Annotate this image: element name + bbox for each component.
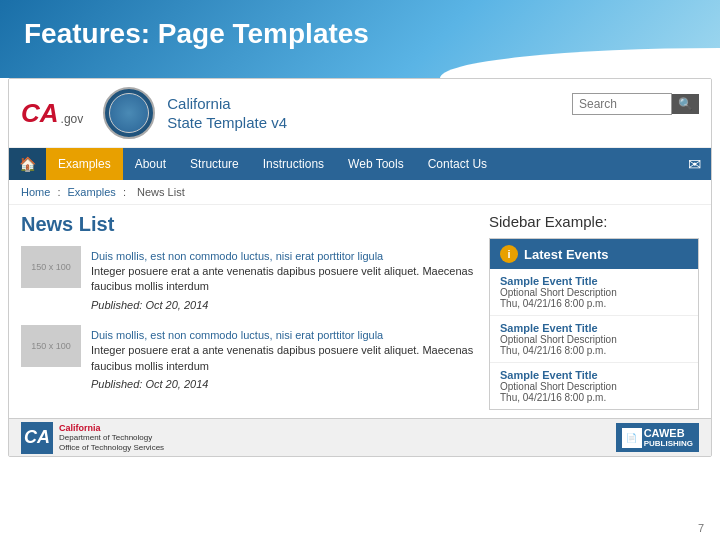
news-thumbnail-1: 150 x 100 — [21, 246, 81, 288]
caweb-logo: 📄 CAWEB PUBLISHING — [616, 423, 699, 452]
nav-item-examples[interactable]: Examples — [46, 148, 123, 180]
event-desc-3: Optional Short Description — [500, 381, 688, 392]
slide-number: 7 — [698, 522, 704, 534]
nav-item-structure[interactable]: Structure — [178, 148, 251, 180]
nav-item-about[interactable]: About — [123, 148, 178, 180]
footer-logo-text: CA — [24, 427, 50, 448]
news-item-1: 150 x 100 Duis mollis, est non commodo l… — [21, 246, 477, 313]
breadcrumb: Home : Examples : News List — [9, 180, 711, 205]
footer-right: 📄 CAWEB PUBLISHING — [616, 423, 699, 452]
event-title-3[interactable]: Sample Event Title — [500, 369, 688, 381]
news-text-1: Integer posuere erat a ante venenatis da… — [91, 264, 477, 295]
news-date-2: Published: Oct 20, 2014 — [91, 377, 477, 392]
sidebar-events-box: i Latest Events Sample Event Title Optio… — [489, 238, 699, 410]
news-body-2: Duis mollis, est non commodo luctus, nis… — [91, 325, 477, 392]
event-item-1: Sample Event Title Optional Short Descri… — [490, 269, 698, 316]
main-column: News List 150 x 100 Duis mollis, est non… — [21, 213, 477, 410]
ca-logo-text: CA — [21, 98, 59, 129]
news-link-1[interactable]: Duis mollis, est non commodo luctus, nis… — [91, 250, 383, 262]
news-text-2: Integer posuere erat a ante venenatis da… — [91, 343, 477, 374]
caweb-label: CAWEB PUBLISHING — [644, 427, 693, 448]
slide-title-bar: Features: Page Templates — [0, 0, 720, 78]
ca-footer: CA California Department of Technology O… — [9, 418, 711, 456]
caweb-icon: 📄 — [622, 428, 642, 448]
event-item-3: Sample Event Title Optional Short Descri… — [490, 363, 698, 409]
ca-template-title: California State Template v4 — [167, 94, 287, 133]
info-icon: i — [500, 245, 518, 263]
event-item-2: Sample Event Title Optional Short Descri… — [490, 316, 698, 363]
footer-left: CA California Department of Technology O… — [21, 422, 164, 454]
ca-header: CA .gov California State Template v4 🔍 — [9, 79, 711, 148]
news-body-1: Duis mollis, est non commodo luctus, nis… — [91, 246, 477, 313]
event-date-1: Thu, 04/21/16 8:00 p.m. — [500, 298, 688, 309]
search-button[interactable]: 🔍 — [672, 94, 699, 114]
event-desc-2: Optional Short Description — [500, 334, 688, 345]
event-title-2[interactable]: Sample Event Title — [500, 322, 688, 334]
slide-heading: Features: Page Templates — [24, 18, 696, 50]
content-area: News List 150 x 100 Duis mollis, est non… — [9, 205, 711, 418]
nav-item-instructions[interactable]: Instructions — [251, 148, 336, 180]
news-link-2[interactable]: Duis mollis, est non commodo luctus, nis… — [91, 329, 383, 341]
nav-email-icon[interactable]: ✉ — [678, 148, 711, 180]
footer-logo: CA — [21, 422, 53, 454]
event-desc-1: Optional Short Description — [500, 287, 688, 298]
sidebar-title: Sidebar Example: — [489, 213, 699, 230]
nav-item-contact[interactable]: Contact Us — [416, 148, 499, 180]
search-input[interactable] — [572, 93, 672, 115]
sidebar: Sidebar Example: i Latest Events Sample … — [489, 213, 699, 410]
ca-seal-inner — [109, 93, 149, 133]
footer-dept: California Department of Technology Offi… — [59, 423, 164, 453]
news-date-1: Published: Oct 20, 2014 — [91, 298, 477, 313]
breadcrumb-examples[interactable]: Examples — [68, 186, 116, 198]
nav-home[interactable]: 🏠 — [9, 148, 46, 180]
news-thumbnail-2: 150 x 100 — [21, 325, 81, 367]
ca-search-bar[interactable]: 🔍 — [572, 93, 699, 115]
sidebar-events-header: i Latest Events — [490, 239, 698, 269]
news-item-2: 150 x 100 Duis mollis, est non commodo l… — [21, 325, 477, 392]
event-date-3: Thu, 04/21/16 8:00 p.m. — [500, 392, 688, 403]
breadcrumb-home[interactable]: Home — [21, 186, 50, 198]
events-header-label: Latest Events — [524, 247, 609, 262]
ca-seal — [103, 87, 155, 139]
ca-logo-gov: .gov — [61, 112, 84, 126]
main-nav: 🏠 Examples About Structure Instructions … — [9, 148, 711, 180]
template-preview: CA .gov California State Template v4 🔍 🏠… — [8, 78, 712, 457]
nav-item-webtools[interactable]: Web Tools — [336, 148, 416, 180]
event-title-1[interactable]: Sample Event Title — [500, 275, 688, 287]
event-date-2: Thu, 04/21/16 8:00 p.m. — [500, 345, 688, 356]
page-title: News List — [21, 213, 477, 236]
ca-logo: CA .gov — [21, 98, 83, 129]
breadcrumb-current: News List — [137, 186, 185, 198]
